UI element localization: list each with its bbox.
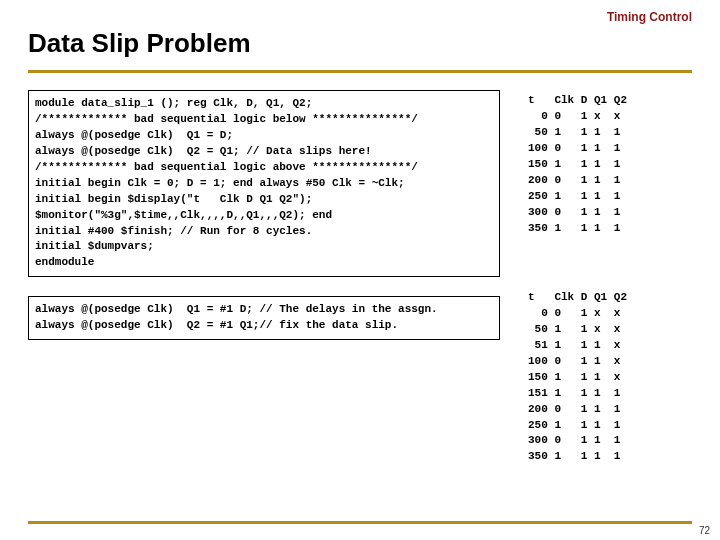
page-number: 72: [699, 525, 710, 536]
page-title: Data Slip Problem: [28, 28, 251, 59]
footer-divider: [28, 521, 692, 524]
code-block-module: module data_slip_1 (); reg Clk, D, Q1, Q…: [28, 90, 500, 277]
code-block-fix: always @(posedge Clk) Q1 = #1 D; // The …: [28, 296, 500, 340]
simulation-output-fixed: t Clk D Q1 Q2 0 0 1 x x 50 1 1 x x 51 1 …: [528, 290, 627, 465]
title-divider: [28, 70, 692, 73]
simulation-output-bad: t Clk D Q1 Q2 0 0 1 x x 50 1 1 1 1 100 0…: [528, 93, 627, 236]
topic-label: Timing Control: [607, 10, 692, 24]
